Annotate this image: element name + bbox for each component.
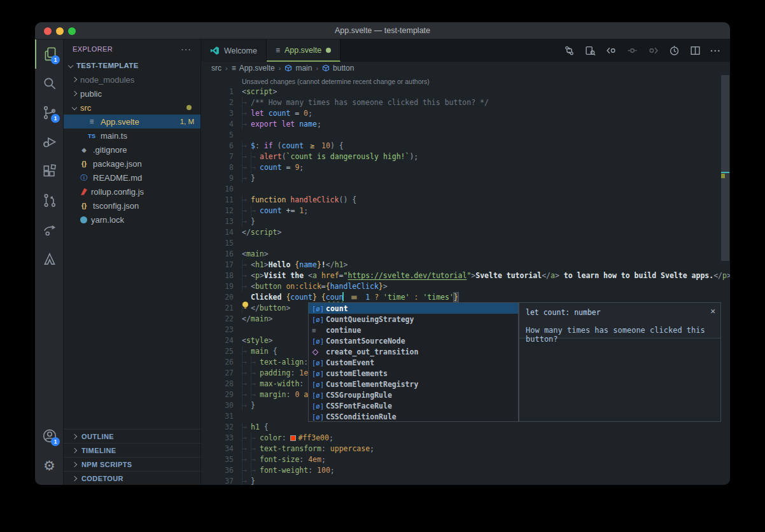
breadcrumb-separator: › [279,64,281,72]
activity-run-debug[interactable] [35,127,64,157]
tree-item-tsconfig-json[interactable]: {}tsconfig.json [64,199,200,213]
suggest-item-create_out_transition[interactable]: create_out_transition [309,346,518,357]
section-outline[interactable]: OUTLINE [64,429,200,443]
suggest-item-CustomEvent[interactable]: [ø]CustomEvent [309,357,518,368]
navigate-back-icon[interactable] [605,45,617,57]
code-line-13[interactable]: 13→} [201,216,730,227]
tab-app-svelte[interactable]: ≡ App.svelte [267,39,340,62]
activity-search[interactable] [35,69,64,98]
file-label: yarn.lock [91,215,124,225]
tree-item-app-svelte[interactable]: ≡App.svelte1, M [64,115,200,129]
code-line-32[interactable]: 32→h1 { [201,422,730,433]
line-content: →export let name; [242,119,730,130]
tree-item-yarn-lock[interactable]: yarn.lock [64,213,200,227]
code-line-20[interactable]: 20Clicked {count} {coun ≡ 1 ? 'time' : '… [201,292,730,303]
suggest-item-CSSFontFaceRule[interactable]: [ø]CSSFontFaceRule [309,400,518,411]
suggest-item-customElements[interactable]: [ø]customElements [309,368,518,379]
code-editor[interactable]: Unsaved changes (cannot determine recent… [201,74,730,485]
suggest-item-CSSGroupingRule[interactable]: [ø]CSSGroupingRule [309,389,518,400]
code-line-33[interactable]: 33→→color: #ff3e00; [201,433,730,444]
line-content: →} [242,476,730,485]
code-line-5[interactable]: 5 [201,130,730,141]
code-line-16[interactable]: 16<main> [201,249,730,260]
code-line-2[interactable]: 2→/** How many times has someone clicked… [201,97,730,108]
code-line-37[interactable]: 37→} [201,476,730,485]
breadcrumb-main[interactable]: main [284,64,312,73]
activity-explorer[interactable]: 1 [35,39,64,69]
tree-item-readme-md[interactable]: ⓘREADME.md [64,171,200,185]
activity-source-control[interactable]: 1 [35,98,64,127]
code-line-7[interactable]: 7→→alert(`count is dangerously high!`); [201,151,730,162]
line-number: 31 [201,411,242,422]
suggest-item-ConstantSourceNode[interactable]: [ø]ConstantSourceNode [309,335,518,346]
code-line-10[interactable]: 10 [201,184,730,195]
navigate-forward-icon[interactable] [647,45,659,57]
tree-item-public[interactable]: public [64,87,200,101]
dirty-indicator[interactable] [326,48,331,53]
section-label: NPM SCRIPTS [81,461,132,468]
open-preview-icon[interactable] [584,45,596,57]
traffic-lights [44,27,76,35]
section-timeline[interactable]: TIMELINE [64,443,200,457]
line-number: 12 [201,206,242,216]
tree-item-main-ts[interactable]: TSmain.ts [64,129,200,143]
suggest-item-CountQueuingStrategy[interactable]: [ø]CountQueuingStrategy [309,314,518,325]
line-content: →} [242,216,730,227]
project-root-row[interactable]: TEST-TEMPLATE [64,59,200,73]
tree-item-package-json[interactable]: {}package.json [64,157,200,171]
current-change-icon[interactable] [626,45,638,57]
line-number: 9 [201,173,242,184]
tab-welcome[interactable]: Welcome [201,39,267,62]
code-line-18[interactable]: 18→<p>Visit the <a href="https://svelte.… [201,270,730,281]
tree-item-src[interactable]: src [64,101,200,115]
code-line-36[interactable]: 36→→font-weight: 100; [201,465,730,476]
code-line-3[interactable]: 3→let count = 0; [201,108,730,119]
code-line-14[interactable]: 14</script> [201,227,730,238]
code-line-4[interactable]: 4→export let name; [201,119,730,130]
code-line-11[interactable]: 11→function handleClick() { [201,195,730,206]
breadcrumb-src[interactable]: src [211,64,221,73]
code-line-9[interactable]: 9→} [201,173,730,184]
line-number: 5 [201,130,242,141]
code-line-8[interactable]: 8→→count = 9; [201,162,730,173]
code-line-34[interactable]: 34→→text-transform: uppercase; [201,444,730,454]
tab-label: Welcome [224,46,257,55]
suggest-item-continue[interactable]: ≡continue [309,325,518,335]
suggest-item-CustomElementRegistry[interactable]: [ø]CustomElementRegistry [309,379,518,389]
code-line-19[interactable]: 19→<button on:click={handleClick}> [201,281,730,292]
minimize-window-button[interactable] [56,27,64,35]
more-actions-icon[interactable]: ··· [710,46,721,56]
activity-accounts[interactable]: 1 [35,421,64,451]
sidebar-more-icon[interactable]: ··· [181,44,192,54]
code-line-35[interactable]: 35→→font-size: 4em; [201,454,730,465]
line-number: 26 [201,357,242,368]
timer-icon[interactable] [668,45,680,57]
code-line-17[interactable]: 17→<h1>Hello {name}!</h1> [201,260,730,270]
code-line-1[interactable]: 1<script> [201,87,730,97]
suggest-item-CSSConditionRule[interactable]: [ø]CSSConditionRule [309,411,518,422]
tree-item--gitignore[interactable]: ◆.gitignore [64,143,200,157]
activity-github-pr[interactable] [35,186,64,215]
code-line-15[interactable]: 15 [201,238,730,249]
close-window-button[interactable] [44,27,52,35]
activity-settings[interactable]: ⚙ [35,451,64,480]
zoom-window-button[interactable] [68,27,76,35]
editor-scrollbar[interactable] [721,75,729,261]
close-icon[interactable]: ✕ [710,306,715,316]
breadcrumb-file[interactable]: ≡ App.svelte [232,64,275,73]
tree-item-rollup-config-js[interactable]: rollup.config.js [64,185,200,199]
activity-live-share[interactable] [35,215,64,244]
code-line-12[interactable]: 12→→count += 1; [201,206,730,216]
suggest-item-count[interactable]: [ø]count [309,303,518,314]
section-npm-scripts[interactable]: NPM SCRIPTS [64,457,200,471]
section-codetour[interactable]: CODETOUR [64,471,200,485]
tree-item-node-modules[interactable]: node_modules [64,73,200,87]
compare-changes-icon[interactable] [563,45,575,57]
breadcrumb-button[interactable]: button [322,64,354,73]
split-editor-icon[interactable] [689,45,701,57]
activity-extensions[interactable] [35,157,64,186]
activity-azure[interactable] [35,244,64,274]
file-label: node_modules [80,75,134,85]
search-icon [41,75,58,92]
code-line-6[interactable]: 6→$: if (count ≥ 10) { [201,141,730,151]
